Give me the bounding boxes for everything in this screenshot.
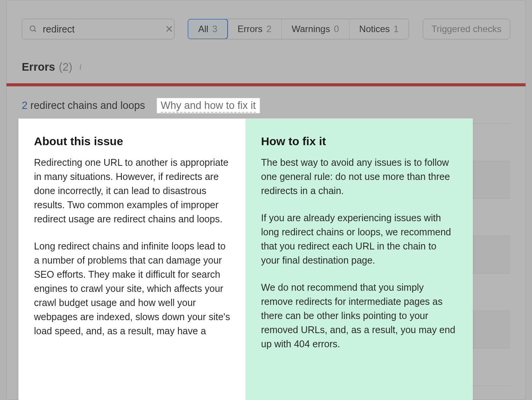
fix-paragraph: We do not recommend that you simply remo…: [261, 280, 458, 351]
fix-link-box[interactable]: Why and how to fix it: [157, 98, 260, 113]
fix-paragraph: The best way to avoid any issues is to f…: [261, 155, 458, 198]
about-paragraph: Redirecting one URL to another is approp…: [34, 155, 230, 226]
fix-link: Why and how to fix it: [161, 100, 256, 113]
about-column: About this issue Redirecting one URL to …: [19, 119, 246, 400]
fix-column: How to fix it The best way to avoid any …: [246, 119, 473, 400]
fix-heading: How to fix it: [261, 135, 458, 148]
fix-paragraph: If you are already experiencing issues w…: [261, 211, 458, 267]
about-heading: About this issue: [34, 135, 230, 148]
about-paragraph: Long redirect chains and infinite loops …: [34, 239, 230, 338]
issue-help-popover: About this issue Redirecting one URL to …: [18, 118, 473, 400]
